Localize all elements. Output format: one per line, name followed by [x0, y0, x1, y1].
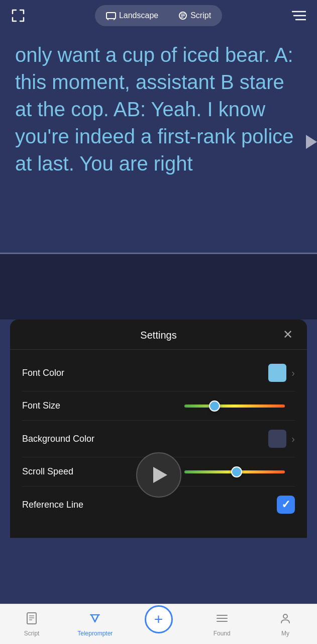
reference-line-label: Reference Line [22, 500, 83, 510]
scroll-speed-label: Scroll Speed [22, 466, 73, 477]
bottom-nav: Script Teleprompter + Found [0, 604, 317, 644]
reference-line-checkbox[interactable]: ✓ [277, 496, 295, 514]
script-text: only want a cup of iced bear. A: this mo… [15, 41, 302, 177]
tab-script[interactable]: Script [169, 7, 220, 24]
settings-close-button[interactable]: ✕ [279, 326, 297, 344]
settings-title: Settings [140, 330, 176, 341]
font-size-slider-thumb[interactable] [209, 400, 220, 412]
my-nav-icon [279, 612, 292, 628]
script-area: only want a cup of iced bear. A: this mo… [0, 31, 317, 253]
svg-point-18 [283, 614, 287, 618]
font-color-controls: › [268, 364, 295, 382]
scroll-speed-slider-container [184, 470, 295, 473]
nav-label-my: My [281, 630, 289, 637]
script-label: Script [190, 11, 211, 20]
settings-panel: Settings ✕ Font Color › Font Size Backgr… [10, 319, 307, 538]
app-header: Landscape Script [0, 0, 317, 31]
font-color-row: Font Color › [22, 355, 295, 391]
header-tabs: Landscape Script [95, 5, 222, 26]
font-size-slider-container [184, 405, 295, 408]
landscape-label: Landscape [119, 11, 158, 20]
nav-item-teleprompter[interactable]: Teleprompter [63, 612, 127, 637]
nav-label-script: Script [24, 630, 40, 637]
play-button[interactable] [136, 452, 181, 498]
expand-icon[interactable] [8, 6, 28, 26]
background-color-label: Background Color [22, 434, 94, 444]
nav-label-teleprompter: Teleprompter [77, 630, 113, 637]
teleprompter-nav-icon [88, 612, 101, 628]
tab-landscape[interactable]: Landscape [97, 7, 167, 24]
font-color-chevron[interactable]: › [291, 367, 295, 379]
add-button[interactable]: + [145, 605, 173, 633]
font-size-slider-track[interactable] [184, 405, 285, 408]
svg-rect-0 [107, 13, 116, 19]
nav-item-found[interactable]: Found [190, 612, 254, 637]
found-nav-icon [216, 612, 229, 628]
bottom-spacer [0, 538, 317, 588]
background-color-chevron[interactable]: › [291, 433, 295, 445]
nav-item-my[interactable]: My [254, 612, 317, 637]
font-size-label: Font Size [22, 400, 60, 411]
play-arrow-indicator [306, 135, 317, 149]
scroll-speed-row: Scroll Speed [22, 457, 295, 487]
nav-label-found: Found [214, 630, 231, 637]
background-color-swatch[interactable] [268, 430, 286, 448]
font-color-label: Font Color [22, 368, 64, 378]
scroll-speed-slider-thumb[interactable] [231, 466, 242, 477]
play-icon [153, 467, 167, 483]
nav-item-script[interactable]: Script [0, 612, 63, 637]
font-color-swatch[interactable] [268, 364, 286, 382]
background-color-controls: › [268, 430, 295, 448]
font-size-row: Font Size [22, 391, 295, 421]
checkmark-icon: ✓ [281, 498, 290, 511]
svg-rect-10 [27, 613, 36, 624]
add-icon: + [154, 612, 163, 627]
nav-item-add[interactable]: + [127, 615, 190, 633]
scroll-speed-slider-track[interactable] [184, 470, 285, 473]
settings-body: Font Color › Font Size Background Color … [10, 350, 307, 528]
settings-header: Settings ✕ [10, 319, 307, 350]
script-nav-icon [25, 612, 38, 628]
dark-area [0, 254, 317, 319]
menu-icon[interactable] [289, 6, 309, 26]
